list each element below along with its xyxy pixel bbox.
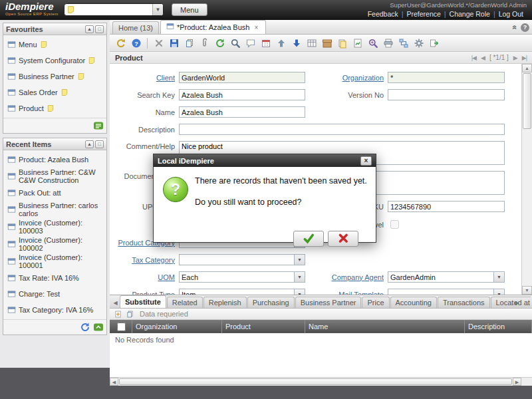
version-no-field[interactable] xyxy=(388,89,505,100)
attachment-icon[interactable] xyxy=(198,36,211,50)
copy-icon[interactable] xyxy=(182,36,196,50)
collapse-all-icon[interactable] xyxy=(93,322,104,332)
recent-item-product-azalea-bush[interactable]: Product: Azalea Bush xyxy=(3,152,106,168)
detail-tab-price[interactable]: Price xyxy=(362,297,389,308)
refresh-icon[interactable] xyxy=(80,322,90,332)
favourite-item-product[interactable]: Product xyxy=(3,100,106,116)
panel-detach-icon[interactable]: □ xyxy=(95,140,104,148)
documents-icon[interactable] xyxy=(335,36,349,50)
panel-detach-icon[interactable]: □ xyxy=(95,25,104,33)
calendar-icon[interactable] xyxy=(259,36,273,50)
name-field[interactable] xyxy=(179,106,305,118)
print-icon[interactable] xyxy=(381,36,395,50)
select-all-checkbox[interactable] xyxy=(117,323,126,331)
organization-label[interactable]: Organization xyxy=(309,74,384,82)
header-link-log-out[interactable]: Log Out xyxy=(499,10,523,18)
header-link-feedback[interactable]: Feedback xyxy=(368,10,398,18)
next-record-icon[interactable]: ▶ xyxy=(513,55,517,61)
dropdown-arrow-icon[interactable]: ▼ xyxy=(493,289,504,295)
menu-lookup-icon[interactable] xyxy=(93,120,104,131)
tax-category-select[interactable]: ▼ xyxy=(179,254,305,265)
recent-item-invoice-customer-100002[interactable]: Invoice (Customer): 100002 xyxy=(3,235,106,253)
chat-icon[interactable] xyxy=(243,36,257,50)
previous-record-icon[interactable]: ◀ xyxy=(481,55,485,61)
detail-tab-located-at[interactable]: Located at xyxy=(491,297,531,308)
collapse-header-icon[interactable]: « xyxy=(511,25,520,30)
detail-tab-business-partner[interactable]: Business Partner xyxy=(295,297,362,308)
recent-item-pack-out-att[interactable]: Pack Out: att xyxy=(3,185,106,201)
dropdown-arrow-icon[interactable]: ▼ xyxy=(294,272,305,282)
uom-select[interactable]: Each ▼ xyxy=(179,271,305,283)
dialog-titlebar[interactable]: Local iDempiere × xyxy=(154,154,376,167)
delete-icon[interactable] xyxy=(152,36,166,50)
detail-tab-accounting[interactable]: Accounting xyxy=(390,297,437,308)
favourite-item-menu[interactable]: Menu xyxy=(3,37,106,53)
uom-label[interactable]: UOM xyxy=(114,273,175,281)
favourite-item-sales-order[interactable]: Sales Order xyxy=(3,84,106,100)
recent-item-invoice-customer-100001[interactable]: Invoice (Customer): 100001 xyxy=(3,253,106,270)
tab-scroll-right-icon[interactable]: ▶ xyxy=(513,300,521,308)
scrollbar-thumb[interactable] xyxy=(119,378,512,385)
search-key-field[interactable] xyxy=(179,89,305,100)
recent-item-tax-rate-iva-16[interactable]: Tax Rate: IVA 16% xyxy=(3,270,106,286)
cancel-button[interactable] xyxy=(328,231,358,247)
window-help-icon[interactable]: ? xyxy=(521,23,529,32)
recent-item-invoice-customer-100003[interactable]: Invoice (Customer): 100003 xyxy=(3,218,106,235)
scrollbar-thumb[interactable] xyxy=(523,73,531,129)
confirm-button[interactable] xyxy=(293,231,324,247)
vertical-scrollbar[interactable]: ▲ ▼ xyxy=(521,64,532,295)
detail-tab-replenish[interactable]: Replenish xyxy=(203,297,247,308)
recent-item-tax-category-iva-16[interactable]: Tax Category: IVA 16% xyxy=(3,302,106,318)
detail-tab-transactions[interactable]: Transactions xyxy=(438,297,490,308)
tab-product-azalea-bush[interactable]: *Product: Azalea Bush× xyxy=(160,20,266,34)
column-header-product[interactable]: Product xyxy=(222,320,305,333)
horizontal-scrollbar[interactable]: ◀ ▶ xyxy=(110,377,532,386)
workflow-icon[interactable] xyxy=(396,36,410,50)
detail-tab-substitute[interactable]: Substitute xyxy=(120,295,166,308)
grid-toggle-icon[interactable] xyxy=(305,36,319,50)
save-icon[interactable] xyxy=(167,36,181,50)
zoom-icon[interactable] xyxy=(366,36,380,50)
description-field[interactable] xyxy=(179,124,505,135)
detail-tab-purchasing[interactable]: Purchasing xyxy=(247,297,295,308)
find-icon[interactable] xyxy=(228,36,242,50)
process-icon[interactable] xyxy=(412,36,426,50)
panel-collapse-icon[interactable]: ▲ xyxy=(85,25,94,33)
close-tab-icon[interactable]: × xyxy=(252,23,260,32)
scroll-right-icon[interactable]: ▶ xyxy=(513,378,521,386)
scroll-down-icon[interactable]: ▼ xyxy=(522,286,532,295)
report-icon[interactable] xyxy=(350,36,364,50)
parent-record-icon[interactable] xyxy=(274,36,288,50)
requery-icon[interactable] xyxy=(213,36,227,50)
dropdown-arrow-icon[interactable]: ▼ xyxy=(294,289,305,295)
detail-record-icon[interactable] xyxy=(289,36,303,50)
dropdown-arrow-icon[interactable]: ▼ xyxy=(294,255,305,265)
last-record-icon[interactable]: ▶| xyxy=(522,55,527,61)
sku-field[interactable] xyxy=(388,201,505,212)
header-link-preference[interactable]: Preference xyxy=(406,10,440,18)
detail-new-icon[interactable] xyxy=(113,309,123,319)
help-icon[interactable]: ? xyxy=(129,36,143,50)
recent-item-charge-test[interactable]: Charge: Test xyxy=(3,286,106,302)
recent-item-business-partner-c-w-c-w-construction[interactable]: Business Partner: C&W C&W Construction xyxy=(3,168,106,185)
client-label[interactable]: Client xyxy=(114,74,175,82)
column-header-name[interactable]: Name xyxy=(305,320,465,333)
ignore-icon[interactable] xyxy=(114,36,128,50)
detail-tab-related[interactable]: Related xyxy=(167,297,203,308)
company-agent-label[interactable]: Company Agent xyxy=(309,273,384,281)
scroll-up-icon[interactable]: ▲ xyxy=(522,64,532,72)
archive-icon[interactable] xyxy=(320,36,334,50)
dialog-close-icon[interactable]: × xyxy=(360,156,372,166)
export-icon[interactable] xyxy=(427,36,441,50)
tax-category-label[interactable]: Tax Category xyxy=(114,256,175,264)
dropdown-arrow-icon[interactable]: ▼ xyxy=(493,272,504,282)
header-link-change-role[interactable]: Change Role xyxy=(450,10,490,18)
first-record-icon[interactable]: |◀ xyxy=(471,55,476,61)
detail-copy-icon[interactable] xyxy=(125,309,135,319)
tab-scroll-left-icon[interactable]: ◀ xyxy=(111,300,120,308)
column-header-description[interactable]: Description xyxy=(465,320,532,333)
favourite-item-business-partner[interactable]: Business Partner xyxy=(3,68,106,84)
quick-search-combo[interactable]: ▼ xyxy=(64,3,164,16)
panel-collapse-icon[interactable]: ▲ xyxy=(85,140,94,148)
column-header-organization[interactable]: Organization xyxy=(132,320,222,333)
